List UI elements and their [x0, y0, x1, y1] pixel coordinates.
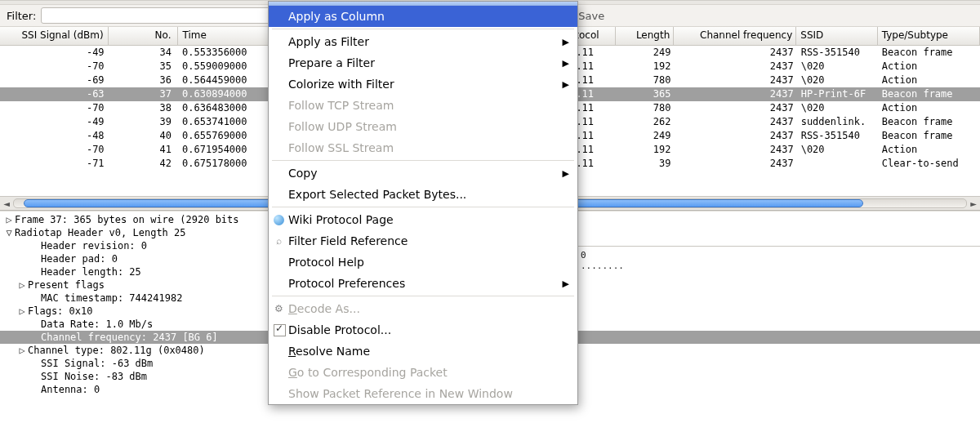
col-length[interactable]: Length	[616, 27, 674, 45]
cell: 0.559009000	[178, 60, 277, 73]
tree-label: Channel type: 802.11g (0x0480)	[28, 345, 205, 356]
disclosure-triangle-icon[interactable]: ▷	[3, 214, 15, 225]
cell: 2437	[674, 46, 796, 60]
menu-follow-udp-stream: Follow UDP Stream	[269, 116, 577, 137]
cell: 262	[617, 115, 674, 129]
cell: -70	[0, 101, 109, 115]
hex-line: 0	[581, 250, 980, 260]
cell: 0.636483000	[178, 101, 277, 115]
submenu-arrow-icon: ▶	[563, 168, 569, 179]
menu-disable-protocol[interactable]: Disable Protocol...	[269, 319, 577, 341]
tree-label: Radiotap Header v0, Length 25	[15, 227, 186, 238]
menu-item-label: Follow SSL Stream	[288, 141, 394, 154]
cell: 0.564459000	[178, 73, 277, 87]
cell: 365	[617, 87, 674, 101]
menu-filter-field-reference[interactable]: ⌕ Filter Field Reference	[269, 230, 577, 252]
cell: 2437	[674, 115, 796, 129]
menu-decode-as: ⚙ Decode As...	[269, 298, 577, 319]
cell: 2437	[674, 87, 796, 101]
col-channel-frequency[interactable]: Channel frequency	[674, 27, 796, 45]
cell: 2437	[674, 157, 796, 171]
tree-label: Channel frequency: 2437 [BG 6]	[41, 332, 218, 343]
cell	[797, 157, 878, 171]
menu-follow-ssl-stream: Follow SSL Stream	[269, 137, 577, 158]
menu-export-selected-packet-bytes[interactable]: Export Selected Packet Bytes...	[269, 184, 577, 205]
menu-prepare-a-filter[interactable]: Prepare a Filter ▶	[269, 52, 577, 73]
tree-label: MAC timestamp: 744241982	[41, 292, 182, 304]
menu-item-label: Apply as Column	[288, 10, 385, 23]
hex-pane[interactable]: 0 ........	[576, 246, 980, 286]
cell: Action	[878, 143, 980, 157]
menu-item-label: Follow UDP Stream	[288, 120, 397, 133]
cell: 39	[109, 115, 178, 129]
disclosure-triangle-icon[interactable]: ▷	[16, 345, 28, 356]
cell: RSS-351540	[797, 129, 878, 143]
menu-wiki-protocol-page[interactable]: Wiki Protocol Page	[269, 209, 577, 230]
menu-copy[interactable]: Copy ▶	[269, 163, 577, 184]
cell: 42	[109, 157, 178, 171]
disclosure-triangle-icon[interactable]: ▷	[16, 305, 28, 317]
menu-resolve-name[interactable]: Resolve Name	[269, 341, 577, 362]
menu-show-packet-reference: Show Packet Reference in New Window	[269, 383, 577, 404]
filter-label: Filter:	[3, 10, 39, 22]
cell: Action	[878, 60, 980, 73]
menu-apply-as-column[interactable]: Apply as Column	[269, 6, 577, 27]
checkbox-icon	[274, 324, 286, 336]
cell: \020	[797, 101, 878, 115]
col-number[interactable]: No.	[109, 27, 179, 45]
col-ssid[interactable]: SSID	[796, 27, 877, 45]
col-time[interactable]: Time	[178, 27, 278, 45]
menu-separator	[272, 207, 574, 207]
cell: \020	[797, 60, 878, 73]
cell: -69	[0, 73, 109, 87]
cell: 0.655769000	[178, 129, 277, 143]
cell: suddenlink.	[797, 115, 878, 129]
tree-label: Header revision: 0	[41, 240, 147, 252]
menu-item-label: Follow TCP Stream	[288, 99, 394, 112]
cell: 2437	[674, 143, 796, 157]
tree-label: Frame 37: 365 bytes on wire (2920 bits	[15, 214, 239, 225]
globe-icon	[274, 215, 284, 225]
scroll-right-icon[interactable]: ►	[967, 198, 980, 209]
menu-colorize-with-filter[interactable]: Colorize with Filter ▶	[269, 73, 577, 95]
submenu-arrow-icon: ▶	[563, 79, 569, 90]
cell: 2437	[674, 60, 796, 73]
menu-protocol-help[interactable]: Protocol Help	[269, 252, 577, 273]
col-type-subtype[interactable]: Type/Subtype	[878, 27, 980, 45]
scroll-left-icon[interactable]: ◄	[0, 198, 13, 209]
menu-item-label: Protocol Preferences	[288, 277, 405, 290]
cell: \020	[797, 143, 878, 157]
menu-item-label: Export Selected Packet Bytes...	[288, 188, 466, 201]
cell: -48	[0, 129, 109, 143]
menu-item-label: Show Packet Reference in New Window	[288, 387, 513, 400]
menu-item-label: Apply as Filter	[288, 35, 369, 48]
cell: 249	[617, 129, 674, 143]
hex-line: ........	[581, 260, 980, 271]
cell: Beacon frame	[878, 46, 980, 60]
cell: 249	[617, 46, 674, 60]
cell: 40	[109, 129, 178, 143]
menu-item-label: Decode As...	[288, 302, 360, 315]
menu-separator	[272, 160, 574, 161]
cell: 2437	[674, 73, 796, 87]
tree-label: Header pad: 0	[41, 253, 118, 265]
menu-item-label: Protocol Help	[288, 256, 364, 269]
menu-apply-as-filter[interactable]: Apply as Filter ▶	[269, 31, 577, 52]
cell: -71	[0, 157, 109, 171]
submenu-arrow-icon: ▶	[563, 37, 569, 47]
menu-item-label: Go to Corresponding Packet	[288, 366, 448, 379]
disclosure-triangle-icon[interactable]: ▷	[16, 279, 28, 291]
menu-protocol-preferences[interactable]: Protocol Preferences ▶	[269, 273, 577, 294]
cell: -49	[0, 46, 109, 60]
tree-label: Header length: 25	[41, 266, 141, 278]
col-ssi-signal[interactable]: SSI Signal (dBm)	[0, 27, 109, 45]
cell: 192	[617, 143, 674, 157]
cell: HP-Print-6F	[797, 87, 878, 101]
filter-save-label[interactable]: Save	[578, 10, 604, 22]
tree-label: SSI Signal: -63 dBm	[41, 358, 153, 369]
cell: 0.671954000	[178, 143, 277, 157]
cell: 39	[617, 157, 674, 171]
cell: 41	[109, 143, 178, 157]
cell: Beacon frame	[878, 87, 980, 101]
disclosure-triangle-icon[interactable]: ▽	[3, 227, 15, 238]
